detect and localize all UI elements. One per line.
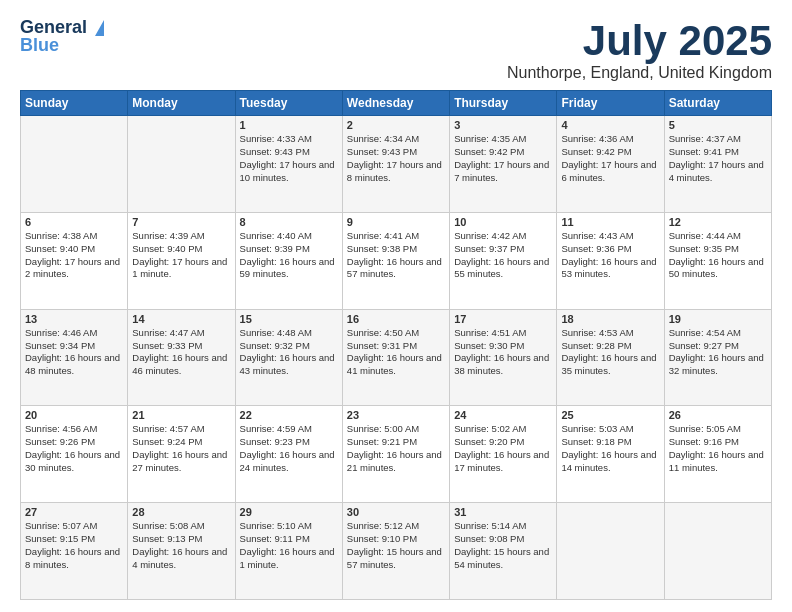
day-info: Sunrise: 4:47 AMSunset: 9:33 PMDaylight:… [132,327,230,378]
day-info: Sunrise: 5:02 AMSunset: 9:20 PMDaylight:… [454,423,552,474]
calendar-cell: 19Sunrise: 4:54 AMSunset: 9:27 PMDayligh… [664,309,771,406]
day-number: 18 [561,313,659,325]
day-number: 3 [454,119,552,131]
calendar-week-4: 20Sunrise: 4:56 AMSunset: 9:26 PMDayligh… [21,406,772,503]
calendar-cell: 25Sunrise: 5:03 AMSunset: 9:18 PMDayligh… [557,406,664,503]
calendar-cell: 12Sunrise: 4:44 AMSunset: 9:35 PMDayligh… [664,212,771,309]
calendar-cell: 13Sunrise: 4:46 AMSunset: 9:34 PMDayligh… [21,309,128,406]
col-header-monday: Monday [128,91,235,116]
day-info: Sunrise: 4:44 AMSunset: 9:35 PMDaylight:… [669,230,767,281]
day-info: Sunrise: 5:12 AMSunset: 9:10 PMDaylight:… [347,520,445,571]
calendar-cell: 14Sunrise: 4:47 AMSunset: 9:33 PMDayligh… [128,309,235,406]
day-info: Sunrise: 4:39 AMSunset: 9:40 PMDaylight:… [132,230,230,281]
day-number: 23 [347,409,445,421]
calendar-cell: 22Sunrise: 4:59 AMSunset: 9:23 PMDayligh… [235,406,342,503]
calendar-cell: 18Sunrise: 4:53 AMSunset: 9:28 PMDayligh… [557,309,664,406]
logo: General Blue [20,18,104,56]
calendar-cell: 20Sunrise: 4:56 AMSunset: 9:26 PMDayligh… [21,406,128,503]
day-number: 29 [240,506,338,518]
day-info: Sunrise: 4:48 AMSunset: 9:32 PMDaylight:… [240,327,338,378]
day-number: 17 [454,313,552,325]
day-number: 1 [240,119,338,131]
day-info: Sunrise: 5:14 AMSunset: 9:08 PMDaylight:… [454,520,552,571]
calendar-cell: 28Sunrise: 5:08 AMSunset: 9:13 PMDayligh… [128,503,235,600]
day-info: Sunrise: 4:37 AMSunset: 9:41 PMDaylight:… [669,133,767,184]
day-number: 26 [669,409,767,421]
header: General Blue July 2025 Nunthorpe, Englan… [20,18,772,82]
day-number: 2 [347,119,445,131]
day-info: Sunrise: 4:36 AMSunset: 9:42 PMDaylight:… [561,133,659,184]
day-info: Sunrise: 4:40 AMSunset: 9:39 PMDaylight:… [240,230,338,281]
calendar-cell: 10Sunrise: 4:42 AMSunset: 9:37 PMDayligh… [450,212,557,309]
calendar-header-row: SundayMondayTuesdayWednesdayThursdayFrid… [21,91,772,116]
day-info: Sunrise: 4:46 AMSunset: 9:34 PMDaylight:… [25,327,123,378]
col-header-friday: Friday [557,91,664,116]
day-info: Sunrise: 4:38 AMSunset: 9:40 PMDaylight:… [25,230,123,281]
calendar-week-5: 27Sunrise: 5:07 AMSunset: 9:15 PMDayligh… [21,503,772,600]
day-number: 11 [561,216,659,228]
day-info: Sunrise: 5:08 AMSunset: 9:13 PMDaylight:… [132,520,230,571]
calendar-cell: 30Sunrise: 5:12 AMSunset: 9:10 PMDayligh… [342,503,449,600]
logo-blue-text: Blue [20,36,59,56]
day-number: 28 [132,506,230,518]
location: Nunthorpe, England, United Kingdom [507,64,772,82]
col-header-saturday: Saturday [664,91,771,116]
day-info: Sunrise: 4:53 AMSunset: 9:28 PMDaylight:… [561,327,659,378]
day-number: 6 [25,216,123,228]
calendar-cell: 24Sunrise: 5:02 AMSunset: 9:20 PMDayligh… [450,406,557,503]
day-number: 31 [454,506,552,518]
day-info: Sunrise: 4:54 AMSunset: 9:27 PMDaylight:… [669,327,767,378]
calendar-cell: 27Sunrise: 5:07 AMSunset: 9:15 PMDayligh… [21,503,128,600]
calendar-cell [557,503,664,600]
calendar-cell: 29Sunrise: 5:10 AMSunset: 9:11 PMDayligh… [235,503,342,600]
calendar-cell: 1Sunrise: 4:33 AMSunset: 9:43 PMDaylight… [235,116,342,213]
day-number: 21 [132,409,230,421]
calendar-cell: 2Sunrise: 4:34 AMSunset: 9:43 PMDaylight… [342,116,449,213]
day-info: Sunrise: 4:59 AMSunset: 9:23 PMDaylight:… [240,423,338,474]
day-number: 12 [669,216,767,228]
title-block: July 2025 Nunthorpe, England, United Kin… [507,18,772,82]
day-info: Sunrise: 5:05 AMSunset: 9:16 PMDaylight:… [669,423,767,474]
logo-blue [87,17,104,37]
day-info: Sunrise: 5:03 AMSunset: 9:18 PMDaylight:… [561,423,659,474]
month-title: July 2025 [507,18,772,64]
day-number: 5 [669,119,767,131]
day-info: Sunrise: 4:35 AMSunset: 9:42 PMDaylight:… [454,133,552,184]
day-number: 22 [240,409,338,421]
day-number: 30 [347,506,445,518]
calendar-cell: 16Sunrise: 4:50 AMSunset: 9:31 PMDayligh… [342,309,449,406]
calendar-cell [664,503,771,600]
day-number: 7 [132,216,230,228]
calendar-cell: 23Sunrise: 5:00 AMSunset: 9:21 PMDayligh… [342,406,449,503]
day-number: 20 [25,409,123,421]
day-number: 24 [454,409,552,421]
calendar-cell: 11Sunrise: 4:43 AMSunset: 9:36 PMDayligh… [557,212,664,309]
day-number: 16 [347,313,445,325]
day-info: Sunrise: 4:42 AMSunset: 9:37 PMDaylight:… [454,230,552,281]
calendar-cell: 5Sunrise: 4:37 AMSunset: 9:41 PMDaylight… [664,116,771,213]
day-info: Sunrise: 4:34 AMSunset: 9:43 PMDaylight:… [347,133,445,184]
calendar-cell: 15Sunrise: 4:48 AMSunset: 9:32 PMDayligh… [235,309,342,406]
calendar-body: 1Sunrise: 4:33 AMSunset: 9:43 PMDaylight… [21,116,772,600]
calendar-cell: 17Sunrise: 4:51 AMSunset: 9:30 PMDayligh… [450,309,557,406]
day-number: 27 [25,506,123,518]
day-info: Sunrise: 5:10 AMSunset: 9:11 PMDaylight:… [240,520,338,571]
col-header-wednesday: Wednesday [342,91,449,116]
calendar-cell [21,116,128,213]
day-info: Sunrise: 4:43 AMSunset: 9:36 PMDaylight:… [561,230,659,281]
day-info: Sunrise: 4:56 AMSunset: 9:26 PMDaylight:… [25,423,123,474]
calendar-table: SundayMondayTuesdayWednesdayThursdayFrid… [20,90,772,600]
calendar-week-2: 6Sunrise: 4:38 AMSunset: 9:40 PMDaylight… [21,212,772,309]
day-info: Sunrise: 4:50 AMSunset: 9:31 PMDaylight:… [347,327,445,378]
col-header-sunday: Sunday [21,91,128,116]
page: General Blue July 2025 Nunthorpe, Englan… [0,0,792,612]
day-number: 4 [561,119,659,131]
day-info: Sunrise: 4:51 AMSunset: 9:30 PMDaylight:… [454,327,552,378]
day-info: Sunrise: 5:00 AMSunset: 9:21 PMDaylight:… [347,423,445,474]
day-number: 14 [132,313,230,325]
calendar-cell: 9Sunrise: 4:41 AMSunset: 9:38 PMDaylight… [342,212,449,309]
calendar-cell: 31Sunrise: 5:14 AMSunset: 9:08 PMDayligh… [450,503,557,600]
calendar-cell: 8Sunrise: 4:40 AMSunset: 9:39 PMDaylight… [235,212,342,309]
calendar-cell: 21Sunrise: 4:57 AMSunset: 9:24 PMDayligh… [128,406,235,503]
calendar-cell: 4Sunrise: 4:36 AMSunset: 9:42 PMDaylight… [557,116,664,213]
